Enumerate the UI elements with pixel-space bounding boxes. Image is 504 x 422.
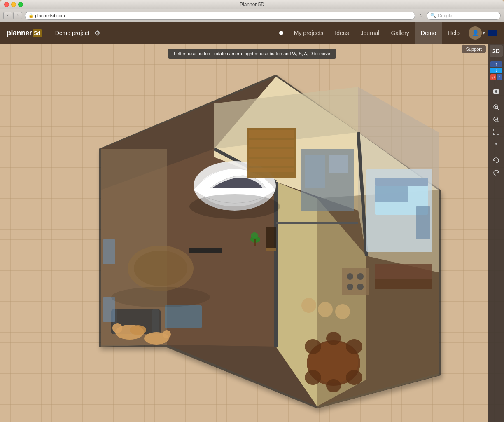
- svg-rect-61: [266, 227, 276, 248]
- back-button[interactable]: ‹: [3, 12, 12, 19]
- svg-rect-22: [249, 149, 294, 157]
- svg-point-45: [326, 379, 341, 392]
- app-content: planner 5d Demo project ⚙ My projects Id…: [0, 22, 504, 422]
- nav-gallery[interactable]: Gallery: [385, 22, 415, 44]
- support-button[interactable]: Support: [462, 45, 486, 53]
- svg-point-40: [305, 339, 321, 354]
- maximize-button[interactable]: [18, 2, 23, 7]
- svg-point-68: [111, 287, 210, 307]
- nav-my-projects[interactable]: My projects: [288, 22, 329, 44]
- svg-point-67: [189, 194, 280, 219]
- svg-rect-62: [266, 248, 276, 251]
- close-button[interactable]: [4, 2, 9, 7]
- twitter-button[interactable]: t: [490, 68, 502, 73]
- right-sidebar: 2D f t g+ f: [488, 44, 504, 422]
- tooltip-text: Left mouse button - rotate camera, right…: [174, 51, 330, 56]
- svg-point-42: [305, 370, 321, 385]
- facebook-share-button[interactable]: f: [497, 74, 502, 80]
- redo-button[interactable]: [490, 167, 503, 178]
- svg-point-58: [130, 325, 146, 335]
- svg-rect-36: [152, 309, 159, 334]
- svg-line-78: [497, 121, 499, 122]
- logo-area: planner 5d: [7, 29, 42, 38]
- social-icons: f t: [490, 61, 502, 73]
- address-bar[interactable]: 🔒 planner5d.com: [25, 12, 415, 20]
- nav-journal[interactable]: Journal: [355, 22, 385, 44]
- secure-icon: 🔒: [28, 13, 33, 18]
- view-2d-button[interactable]: 2D: [490, 45, 503, 57]
- zoom-in-icon: [493, 104, 499, 110]
- undo-icon: [493, 157, 499, 163]
- floor-plan-svg: [37, 66, 469, 417]
- svg-rect-33: [254, 239, 256, 246]
- sidebar-divider-2: [490, 83, 502, 83]
- browser-titlebar: Planner 5D: [0, 0, 504, 9]
- fullscreen-button[interactable]: [490, 126, 503, 138]
- sidebar-divider-3: [490, 99, 502, 99]
- svg-rect-21: [249, 140, 294, 147]
- logo-text: planner: [7, 29, 32, 38]
- zoom-in-button[interactable]: [490, 101, 503, 113]
- forward-button[interactable]: ›: [13, 12, 22, 19]
- svg-rect-65: [103, 239, 115, 264]
- url-text: planner5d.com: [35, 13, 65, 18]
- svg-point-50: [357, 273, 364, 280]
- sidebar-divider-1: [490, 59, 502, 59]
- svg-point-41: [346, 339, 362, 354]
- svg-rect-71: [495, 89, 497, 90]
- zoom-out-icon: [493, 116, 499, 123]
- svg-point-49: [347, 273, 353, 280]
- svg-rect-47: [375, 279, 432, 289]
- user-dropdown-arrow[interactable]: ▾: [483, 30, 485, 36]
- svg-rect-30: [189, 248, 222, 253]
- minimize-button[interactable]: [11, 2, 16, 7]
- settings-button[interactable]: ⚙: [93, 28, 102, 39]
- main-canvas: Support Left mouse button - rotate camer…: [0, 44, 504, 422]
- nav-indicator: [279, 31, 283, 35]
- svg-rect-24: [249, 168, 294, 172]
- redo-icon: [493, 170, 499, 176]
- svg-point-57: [112, 323, 122, 333]
- svg-point-70: [495, 90, 497, 93]
- svg-rect-37: [165, 305, 202, 328]
- svg-point-44: [326, 332, 341, 345]
- svg-point-29: [134, 251, 187, 286]
- browser-toolbar: ‹ › 🔒 planner5d.com ↻ 🔍 Google: [0, 9, 504, 22]
- screenshot-button[interactable]: [490, 85, 503, 97]
- svg-rect-23: [249, 159, 294, 166]
- svg-rect-46: [375, 264, 432, 279]
- google-plus-button[interactable]: g+: [490, 74, 496, 80]
- search-placeholder: Google: [438, 13, 452, 18]
- nav-demo[interactable]: Demo: [415, 22, 442, 44]
- svg-point-55: [335, 304, 350, 319]
- svg-rect-26: [305, 155, 325, 188]
- svg-rect-64: [416, 206, 430, 239]
- undo-button[interactable]: [490, 155, 503, 166]
- nav-ideas[interactable]: Ideas: [329, 22, 355, 44]
- svg-point-54: [318, 302, 333, 317]
- zoom-out-button[interactable]: [490, 114, 503, 125]
- unit-label: ft': [495, 142, 498, 146]
- svg-point-60: [163, 330, 171, 338]
- refresh-button[interactable]: ↻: [418, 12, 424, 19]
- svg-rect-16: [375, 178, 428, 186]
- svg-point-32: [251, 232, 258, 238]
- logo-5d: 5d: [33, 29, 42, 37]
- svg-rect-48: [342, 268, 369, 295]
- nav-help[interactable]: Help: [442, 22, 465, 44]
- svg-rect-66: [103, 297, 115, 322]
- facebook-button[interactable]: f: [490, 61, 502, 67]
- unit-toggle-button[interactable]: ft': [490, 138, 503, 150]
- search-bar[interactable]: 🔍 Google: [427, 12, 501, 20]
- svg-rect-20: [249, 130, 294, 138]
- user-avatar[interactable]: 👤: [469, 26, 482, 40]
- nav-buttons: ‹ ›: [3, 12, 22, 19]
- floor-plan: [37, 66, 449, 421]
- svg-line-75: [497, 108, 499, 110]
- top-navigation: planner 5d Demo project ⚙ My projects Id…: [0, 22, 504, 44]
- svg-point-52: [357, 284, 364, 290]
- language-flag[interactable]: [488, 30, 497, 36]
- project-name: Demo project: [55, 30, 93, 36]
- svg-rect-63: [375, 186, 408, 202]
- sidebar-divider-4: [490, 152, 502, 152]
